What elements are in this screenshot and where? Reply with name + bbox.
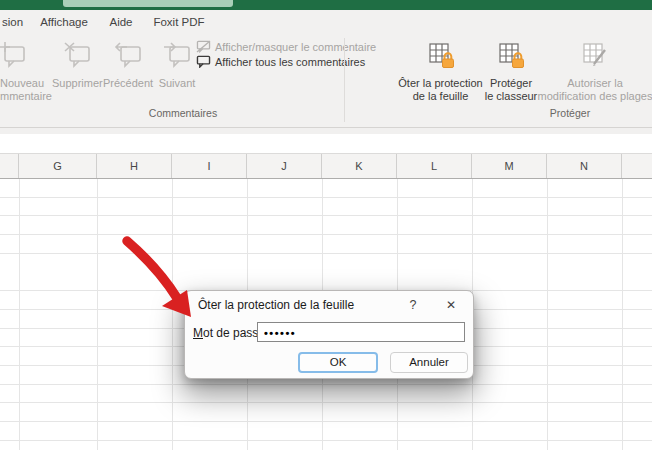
tab-affichage[interactable]: Affichage bbox=[33, 10, 95, 34]
dialog-close-button[interactable]: ✕ bbox=[441, 295, 461, 315]
button-label: Suivant bbox=[159, 77, 196, 89]
button-label: Afficher/masquer le commentaire bbox=[215, 41, 376, 53]
button-label: de la feuille bbox=[413, 90, 469, 102]
password-input[interactable] bbox=[257, 322, 465, 342]
button-label: mmentaire bbox=[0, 90, 52, 102]
button-label: Précédent bbox=[103, 77, 153, 89]
mnemonic-letter: M bbox=[193, 326, 203, 340]
tab-aide[interactable]: Aide bbox=[103, 10, 139, 34]
comment-group-label: Commentaires bbox=[120, 107, 246, 119]
button-label: Afficher tous les commentaires bbox=[215, 56, 365, 68]
column-header-L[interactable]: L bbox=[397, 154, 472, 178]
next-comment-icon bbox=[162, 41, 192, 74]
cancel-button[interactable]: Annuler bbox=[390, 352, 468, 373]
new-comment-icon bbox=[0, 41, 27, 74]
title-bar bbox=[0, 0, 652, 10]
button-label: le classeur bbox=[485, 90, 538, 102]
previous-comment-icon bbox=[113, 41, 143, 74]
show-all-comments-button[interactable]: Afficher tous les commentaires bbox=[196, 55, 365, 69]
column-header-J[interactable]: J bbox=[247, 154, 322, 178]
unprotect-sheet-dialog: Ôter la protection de la feuille ? ✕ Mot… bbox=[184, 290, 474, 379]
ribbon-tab-row: sion Affichage Aide Foxit PDF bbox=[0, 10, 652, 34]
button-label: Autoriser la bbox=[567, 77, 623, 89]
column-header-G[interactable]: G bbox=[19, 154, 97, 178]
protect-group-label: Protéger bbox=[530, 107, 610, 119]
column-header-I[interactable]: I bbox=[172, 154, 247, 178]
tab-revision[interactable]: sion bbox=[0, 10, 28, 34]
button-label: Protéger bbox=[490, 77, 532, 89]
dialog-help-button[interactable]: ? bbox=[404, 295, 422, 315]
delete-comment-icon bbox=[62, 41, 92, 74]
button-label: Nouveau bbox=[0, 77, 44, 89]
ok-button[interactable]: OK bbox=[298, 352, 378, 373]
search-box[interactable] bbox=[63, 0, 233, 7]
button-label: modification des plages bbox=[538, 90, 652, 102]
ribbon: Nouveau mmentaire Supprimer bbox=[0, 34, 652, 128]
group-divider bbox=[344, 38, 345, 122]
allow-edit-ranges-icon bbox=[580, 41, 610, 74]
formula-bar-area bbox=[0, 134, 652, 153]
tab-foxit-pdf[interactable]: Foxit PDF bbox=[148, 10, 210, 34]
delete-comment-button[interactable]: Supprimer bbox=[52, 36, 102, 122]
show-all-comments-icon bbox=[196, 55, 211, 70]
column-header-row: G H I J K L M N O bbox=[0, 153, 652, 179]
grid-line bbox=[622, 179, 623, 450]
show-hide-comment-button[interactable]: Afficher/masquer le commentaire bbox=[196, 40, 376, 54]
column-header-K[interactable]: K bbox=[322, 154, 397, 178]
unprotect-sheet-icon bbox=[426, 41, 456, 74]
grid-line bbox=[97, 179, 98, 450]
button-label: Ôter la protection bbox=[398, 77, 482, 89]
column-header-N[interactable]: N bbox=[547, 154, 622, 178]
grid-line bbox=[547, 179, 548, 450]
show-hide-comment-icon bbox=[196, 40, 211, 55]
excel-window: sion Affichage Aide Foxit PDF Nouveau mm… bbox=[0, 0, 652, 450]
column-header[interactable] bbox=[0, 154, 19, 178]
unprotect-sheet-button[interactable]: Ôter la protection de la feuille bbox=[392, 36, 489, 122]
new-comment-button[interactable]: Nouveau mmentaire bbox=[0, 36, 52, 122]
dialog-title: Ôter la protection de la feuille bbox=[198, 298, 354, 312]
column-header-H[interactable]: H bbox=[97, 154, 172, 178]
grid-line bbox=[19, 179, 20, 450]
column-header-O[interactable]: O bbox=[622, 154, 652, 178]
button-label: Supprimer bbox=[52, 77, 103, 89]
column-header-M[interactable]: M bbox=[472, 154, 547, 178]
protect-workbook-icon bbox=[496, 41, 526, 74]
grid-line bbox=[172, 179, 173, 450]
